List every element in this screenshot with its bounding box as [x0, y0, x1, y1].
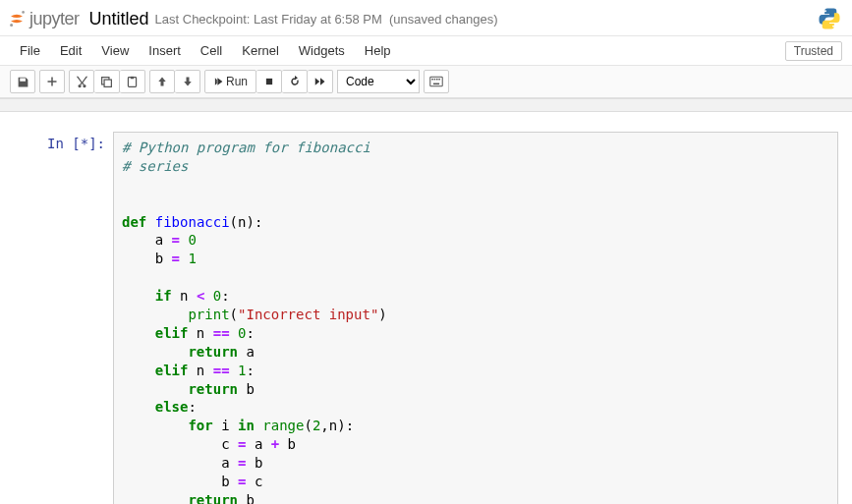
menu-help[interactable]: Help [355, 39, 401, 62]
svg-rect-10 [431, 79, 433, 81]
svg-rect-14 [433, 84, 439, 85]
svg-point-3 [832, 26, 834, 28]
restart-run-all-button[interactable] [308, 70, 333, 93]
svg-rect-8 [265, 79, 271, 84]
restart-icon [289, 76, 301, 87]
jupyter-logo[interactable]: jupyter [8, 9, 80, 29]
command-palette-button[interactable] [424, 70, 449, 93]
paste-button[interactable] [120, 70, 145, 93]
copy-icon [100, 76, 113, 88]
menu-view[interactable]: View [91, 39, 139, 62]
cut-button[interactable] [69, 70, 94, 93]
restart-button[interactable] [282, 70, 308, 93]
svg-rect-11 [434, 79, 436, 81]
menubar: File Edit View Insert Cell Kernel Widget… [0, 36, 852, 66]
python-kernel-icon [817, 6, 842, 31]
stop-icon [264, 77, 274, 86]
fast-forward-icon [314, 77, 326, 86]
notebook-container: In [*]: # Python program for fibonacci #… [0, 112, 852, 504]
notebook-title[interactable]: Untitled [89, 9, 149, 29]
svg-rect-13 [438, 79, 440, 81]
paste-icon [126, 76, 139, 88]
trusted-indicator[interactable]: Trusted [785, 41, 842, 61]
copy-button[interactable] [94, 70, 120, 93]
run-icon [213, 77, 223, 86]
plus-icon [46, 76, 58, 87]
input-prompt: In [*]: [10, 132, 113, 504]
svg-rect-12 [436, 79, 438, 81]
menu-file[interactable]: File [10, 39, 50, 62]
svg-rect-7 [131, 76, 134, 78]
svg-point-1 [10, 24, 13, 27]
run-button[interactable]: Run [204, 70, 256, 93]
save-button[interactable] [10, 70, 35, 93]
menu-cell[interactable]: Cell [191, 39, 232, 62]
menu-kernel[interactable]: Kernel [232, 39, 289, 62]
svg-point-0 [22, 11, 25, 14]
jupyter-logo-text: jupyter [29, 9, 80, 29]
scissors-icon [76, 76, 88, 88]
keyboard-icon [429, 76, 443, 87]
move-up-button[interactable] [149, 70, 175, 93]
save-icon [17, 76, 29, 88]
toolbar: Run Code [0, 66, 852, 98]
code-input-area[interactable]: # Python program for fibonacci # series … [113, 132, 838, 504]
menu-widgets[interactable]: Widgets [289, 39, 355, 62]
svg-point-2 [824, 10, 826, 12]
jupyter-logo-icon [8, 10, 26, 28]
celltype-select[interactable]: Code [337, 70, 420, 93]
move-down-button[interactable] [175, 70, 200, 93]
svg-rect-9 [430, 77, 442, 85]
interrupt-button[interactable] [256, 70, 282, 93]
svg-rect-5 [104, 80, 111, 86]
checkpoint-text: Last Checkpoint: Last Friday at 6:58 PM … [155, 12, 498, 27]
notebook-header: jupyter Untitled Last Checkpoint: Last F… [0, 0, 852, 36]
menu-edit[interactable]: Edit [50, 39, 91, 62]
code-cell[interactable]: In [*]: # Python program for fibonacci #… [0, 130, 852, 504]
arrow-down-icon [182, 76, 194, 87]
menu-insert[interactable]: Insert [139, 39, 191, 62]
insert-cell-button[interactable] [39, 70, 65, 93]
arrow-up-icon [156, 76, 168, 87]
